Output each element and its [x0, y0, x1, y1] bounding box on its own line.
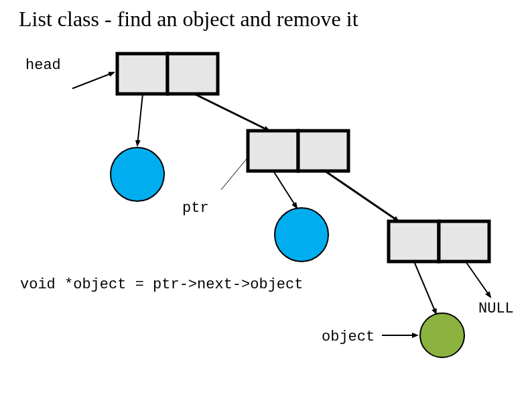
svg-rect-4	[298, 131, 348, 171]
data-circle	[275, 208, 328, 262]
arrow	[72, 72, 114, 89]
svg-rect-2	[168, 54, 218, 94]
arrow	[221, 159, 247, 190]
diagram-stage: List class - find an object and remove i…	[0, 0, 532, 399]
svg-rect-6	[439, 221, 489, 262]
diagram-svg	[0, 0, 532, 399]
data-circle	[111, 148, 164, 201]
list-node	[117, 54, 218, 94]
arrow	[466, 262, 490, 297]
arrow	[194, 94, 269, 131]
arrow	[137, 94, 143, 146]
svg-rect-3	[248, 131, 298, 171]
svg-rect-1	[117, 54, 168, 94]
arrow	[414, 262, 436, 314]
arrow	[273, 171, 297, 208]
list-node	[389, 221, 489, 262]
data-circle	[420, 313, 464, 357]
svg-rect-5	[389, 221, 439, 262]
arrow	[325, 171, 399, 221]
list-node	[248, 131, 348, 171]
